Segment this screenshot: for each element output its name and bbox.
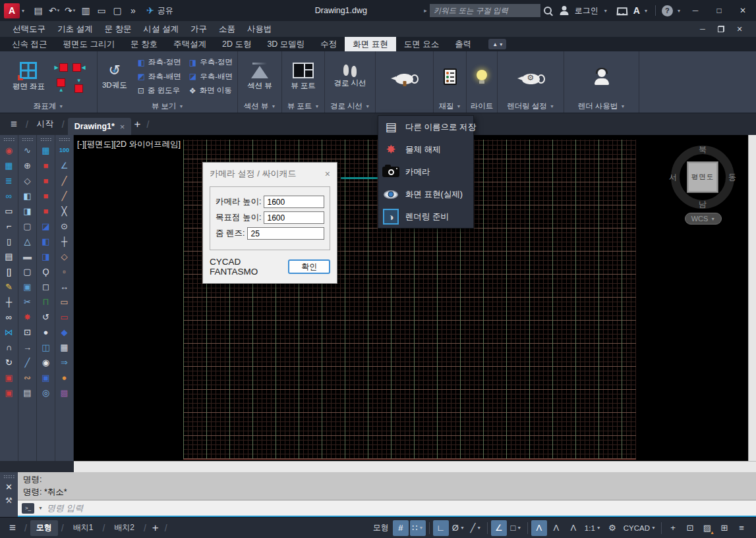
copy-faces-tool[interactable]: ▢ xyxy=(19,219,36,234)
point-style-a-tool[interactable]: ▣ xyxy=(1,370,18,385)
link-points-tool[interactable]: ∞ xyxy=(1,188,18,203)
plan-grid-tool[interactable]: ▦ xyxy=(38,143,55,158)
block-brackets-tool[interactable]: [] xyxy=(1,264,18,279)
view-direction-button[interactable]: ◪우측-배면 xyxy=(186,69,236,84)
menu-item-visual-style-realistic[interactable]: 화면 표현(실제) xyxy=(378,183,473,205)
slab-tool[interactable]: ▬ xyxy=(19,249,36,264)
round-box-tool[interactable]: ▢ xyxy=(19,264,36,279)
menu-item[interactable]: 사용법 xyxy=(241,21,278,37)
app-logo[interactable]: A xyxy=(4,3,20,18)
annotation-autoscale-icon[interactable]: Λ xyxy=(548,520,564,536)
add-layout-button[interactable]: + xyxy=(152,522,159,535)
render-button[interactable] xyxy=(392,68,417,86)
menu-item-explode-object[interactable]: ✸물체 해제 xyxy=(378,138,473,161)
panel-material-label[interactable]: 재질▼ xyxy=(434,100,466,113)
doc-restore-button[interactable] xyxy=(715,26,727,32)
region-tool[interactable]: ⊡ xyxy=(19,325,36,340)
toolbar-grip[interactable] xyxy=(22,138,34,142)
render-scene-tool[interactable]: ▩ xyxy=(56,385,73,400)
align-left-tool[interactable]: ■ xyxy=(38,188,55,203)
compass-north[interactable]: 북 xyxy=(699,144,707,155)
render-presets-tool[interactable]: ◉ xyxy=(1,143,18,158)
rect-frame-tool[interactable]: ▯ xyxy=(1,234,18,249)
snap-mode-icon[interactable]: ∷▼ xyxy=(410,520,426,536)
dim-linear-tool[interactable]: ↔ xyxy=(56,279,73,294)
circle-dot-tool[interactable]: ⊙ xyxy=(56,219,73,234)
layout-tab-배치2[interactable]: 배치2 xyxy=(108,520,140,536)
polyline-tool[interactable]: ⌐ xyxy=(1,219,18,234)
zoom-window-tool[interactable]: Ϙ xyxy=(38,264,55,279)
view-direction-button[interactable]: ❖화면 이동 xyxy=(186,84,236,98)
ruler-tool[interactable]: ▭ xyxy=(56,294,73,309)
cushion-tool[interactable]: ▣ xyxy=(38,370,55,385)
app-store-icon[interactable]: A xyxy=(633,5,640,16)
search-expand-icon[interactable]: ▸ xyxy=(424,7,427,14)
ok-button[interactable]: 확인 xyxy=(288,259,330,274)
tab-start[interactable]: 시작 xyxy=(32,119,59,130)
wcs-selector[interactable]: WCS ▼ xyxy=(685,213,722,225)
explode-tool[interactable]: ✸ xyxy=(19,309,36,325)
ribbon-tab[interactable]: 수정 xyxy=(312,37,345,51)
ribbon-tab[interactable]: 2D 도형 xyxy=(214,37,259,51)
toolbar-grip[interactable] xyxy=(3,138,15,142)
annotation-visibility-icon[interactable]: Λ xyxy=(531,520,547,536)
material-button[interactable] xyxy=(440,67,460,86)
coord-right-button[interactable]: ▶ xyxy=(52,59,70,76)
viewport-button[interactable]: 뷰 포트 xyxy=(287,61,319,92)
tab-close-icon[interactable]: × xyxy=(120,122,125,132)
view-direction-button[interactable]: ◨우측-정면 xyxy=(186,55,236,70)
rotate-tool[interactable]: ↻ xyxy=(1,355,18,370)
help-arrow-icon[interactable]: ▾ xyxy=(678,8,680,14)
menu-item[interactable]: 기초 설계 xyxy=(51,21,98,37)
point-style-b-tool[interactable]: ▣ xyxy=(1,385,18,400)
undo-icon[interactable]: ↶▾ xyxy=(47,3,61,18)
view-cube-face[interactable]: 평면도 xyxy=(687,161,718,193)
copy-tool[interactable]: ∞ xyxy=(1,309,18,325)
table-tool[interactable]: ▤ xyxy=(1,249,18,264)
isolate-objects-icon[interactable]: ⊡ xyxy=(682,520,698,536)
scale-100-tool[interactable]: 100 xyxy=(56,143,73,158)
toolbar-grip[interactable] xyxy=(40,138,52,142)
viewport-red-tool[interactable]: ▭ xyxy=(56,309,73,325)
command-prompt-arrow-icon[interactable]: ▼ xyxy=(38,506,43,510)
fence-select-tool[interactable]: ≣ xyxy=(1,173,18,188)
annotation-scale-icon[interactable]: 1:1▼ xyxy=(583,520,603,536)
ortho-mode-icon[interactable]: ∟ xyxy=(433,520,449,536)
ribbon-tab[interactable]: 3D 모델링 xyxy=(259,37,312,51)
menu-item-camera[interactable]: 카메라 xyxy=(378,161,473,183)
menu-item-save-as[interactable]: ▤다른 이름으로 저장 xyxy=(378,116,473,138)
ribbon-tab[interactable]: 화면 표현 xyxy=(345,37,395,51)
compass-west[interactable]: 서 xyxy=(669,172,677,183)
menu-item[interactable]: 선택도구 xyxy=(7,21,51,37)
trim-tool[interactable]: ✂ xyxy=(19,294,36,309)
share-button[interactable]: ✈ 공유 xyxy=(146,5,173,16)
orbit-3d-tool[interactable]: ↺ xyxy=(38,309,55,325)
rectangle-tool[interactable]: ▭ xyxy=(1,203,18,219)
fillet-tool[interactable]: ∩ xyxy=(1,340,18,355)
menu-item[interactable]: 시설 설계 xyxy=(137,21,184,37)
panel-view-label[interactable]: 뷰 보기▼ xyxy=(98,100,237,113)
mirror-tool[interactable]: ⋈ xyxy=(1,325,18,340)
file-tabs-menu-icon[interactable]: ≡ xyxy=(5,118,22,131)
break-tool[interactable]: ╱ xyxy=(19,355,36,370)
light-button[interactable] xyxy=(473,68,490,84)
render-settings-button[interactable]: ⚙ xyxy=(519,68,543,86)
panel-viewport-label[interactable]: 뷰 포트▼ xyxy=(282,100,324,113)
ribbon-tab[interactable]: 문 창호 xyxy=(123,37,165,51)
sphere-move-tool[interactable]: ◎ xyxy=(38,385,55,400)
extrude-tool[interactable]: ◧ xyxy=(19,188,36,203)
store-cart-icon[interactable] xyxy=(616,7,627,15)
menu-item[interactable]: 문 창문 xyxy=(98,21,137,37)
arc-points-tool[interactable]: ∿ xyxy=(19,143,36,158)
camera-orange-tool[interactable]: ● xyxy=(56,370,73,385)
point-marker-tool[interactable]: ▫ xyxy=(56,264,73,279)
new-drawing-button[interactable]: + xyxy=(134,118,140,131)
cross-lines-tool[interactable]: ╳ xyxy=(56,203,73,219)
panel-path-label[interactable]: 경로 시선▼ xyxy=(325,100,375,113)
view-direction-button[interactable]: ◧좌측-정면 xyxy=(134,55,185,70)
ribbon-tab[interactable]: 주택설계 xyxy=(165,37,214,51)
extend-tool[interactable]: → xyxy=(19,340,36,355)
layout-grid-tool[interactable]: ▦ xyxy=(56,340,73,355)
layout-tab-모형[interactable]: 모형 xyxy=(30,520,58,536)
wire-cube-tool[interactable]: ◫ xyxy=(38,340,55,355)
